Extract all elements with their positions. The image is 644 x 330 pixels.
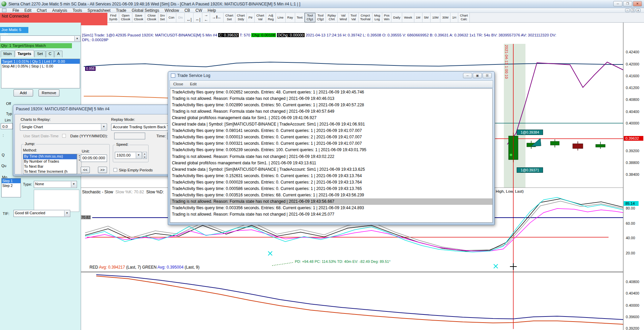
log-window-titlebar[interactable]: Trade Service Log ─ ▣ ☒: [168, 72, 494, 80]
jump-method-option[interactable]: By Time (hh:mm:ss.ms): [23, 154, 77, 159]
step-type-dropdown[interactable]: None▼: [34, 181, 77, 188]
tool-values-button[interactable]: Tool Val: [349, 13, 358, 22]
log-entry[interactable]: Cleared global profit/loss management da…: [170, 160, 492, 166]
log-entry[interactable]: Cleared trade data | Symbol: [Sim]MATICU…: [170, 166, 492, 172]
chevron-down-icon[interactable]: ▼: [101, 124, 106, 130]
connect-button[interactable]: Con: [167, 13, 176, 22]
step-row[interactable]: Step 2: [2, 183, 21, 188]
tab-a[interactable]: A: [54, 51, 62, 57]
timeframe-1h-button[interactable]: 1H: [450, 13, 458, 22]
log-entry[interactable]: Trading is not allowed. Reason: Formula …: [170, 153, 492, 160]
tool-config2-button[interactable]: Tool Cfg2: [315, 13, 326, 22]
ray-tool-button[interactable]: Ray: [286, 13, 295, 22]
speed-spinner[interactable]: ▲▼: [143, 152, 147, 159]
menu-edit[interactable]: Edit: [22, 8, 34, 13]
positions-window-button[interactable]: Pos Win: [382, 13, 391, 22]
targets-list[interactable]: Target 1 | 0.01% | Qty:1 | Lmt | P: 0.00…: [1, 59, 80, 88]
save-chartbook-button[interactable]: Save Cbook: [132, 13, 145, 22]
log-entry[interactable]: TradeActivity files query time: 0.005239…: [170, 147, 492, 153]
log-entry[interactable]: TradeActivity files query time: 0.003516…: [170, 192, 492, 198]
menu-global-settings[interactable]: Global Settings: [129, 8, 162, 13]
symbol-dropdown[interactable]: ▼: [0, 35, 80, 42]
tab-main[interactable]: Main: [1, 51, 15, 57]
log-entry[interactable]: TradeActivity files query time: 0.003356…: [170, 205, 492, 211]
price-scale[interactable]: 0.424000.420000.416000.412000.408000.404…: [623, 23, 644, 330]
date-input[interactable]: [114, 133, 145, 139]
tool-config1-button[interactable]: Tool Cfg1: [305, 13, 315, 22]
chevron-down-icon[interactable]: ▼: [64, 211, 70, 216]
disconnect-button[interactable]: Dis: [176, 13, 185, 22]
log-entry[interactable]: TradeActivity files query time: 0.080141…: [170, 128, 492, 134]
close-button[interactable]: ✕: [633, 1, 642, 6]
jump-method-option[interactable]: To Next Time Increment (h: [23, 169, 77, 174]
menu-chart[interactable]: Chart: [34, 8, 49, 13]
log-entry[interactable]: Trading is not allowed. Reason: Formula …: [170, 108, 492, 114]
jump-method-list[interactable]: By Time (hh:mm:ss.ms)By Number of Trades…: [23, 154, 77, 174]
log-entry[interactable]: Cleared trade data | Symbol: [Sim]MATICU…: [170, 121, 492, 127]
tab-set[interactable]: Set: [34, 51, 46, 57]
text-tool-button[interactable]: Text: [295, 13, 305, 22]
compact-toolvalues-button[interactable]: Cmpct ToolVal: [359, 13, 372, 22]
timeframe-daily-button[interactable]: Daily: [391, 13, 402, 22]
log-entry[interactable]: Cleared global profit/loss management da…: [170, 114, 492, 121]
offset-value-input[interactable]: 0.0: [1, 123, 13, 129]
add-target-button[interactable]: Add: [14, 89, 33, 97]
log-entry[interactable]: Trading is not allowed. Reason: Formula …: [170, 198, 492, 205]
menu-trade[interactable]: Trade: [113, 8, 129, 13]
log-entry[interactable]: TradeActivity files query time: 0.002890…: [170, 102, 492, 108]
menu-analysis[interactable]: Analysis: [49, 8, 70, 13]
speed-dropdown[interactable]: 1920.00▼: [115, 152, 142, 159]
compress-bars-icon[interactable]: →‖←: [210, 13, 224, 22]
chart-calc-button[interactable]: Chart Calc: [458, 13, 470, 22]
chevron-down-icon[interactable]: ▼: [136, 153, 141, 158]
timeframe-30m-button[interactable]: 30M: [440, 13, 450, 22]
find-symbol-button[interactable]: Find Symb: [107, 13, 119, 22]
remove-target-button[interactable]: Remove: [38, 89, 59, 97]
menu-tools[interactable]: Tools: [70, 8, 85, 13]
timeframe-1m-button[interactable]: 1M: [414, 13, 422, 22]
menu-help[interactable]: Help: [205, 8, 219, 13]
jump-back-button[interactable]: <<: [81, 167, 90, 173]
menu-spreadsheet[interactable]: Spreadsheet: [85, 8, 113, 13]
jump-method-option[interactable]: To Next Bar: [23, 164, 77, 169]
child-close-button[interactable]: ✕: [636, 8, 641, 12]
log-entry[interactable]: TradeActivity files query time: 0.000586…: [170, 185, 492, 192]
tab-targets[interactable]: Targets: [15, 50, 34, 57]
log-entry[interactable]: TradeActivity files query time: 0.002652…: [170, 89, 492, 95]
child-restore-button[interactable]: ❐: [630, 8, 635, 12]
order-row[interactable]: Target 1 | 0.01% | Qty:1 | Lmt | P: 0.00: [1, 59, 80, 64]
log-minimize-button[interactable]: ─: [463, 73, 472, 78]
line-tool-button[interactable]: Line: [276, 13, 286, 22]
child-minimize-button[interactable]: ─: [625, 8, 630, 12]
log-close-button[interactable]: ☒: [483, 73, 492, 78]
chevron-down-icon[interactable]: ▼: [71, 182, 76, 187]
minimize-button[interactable]: ─: [613, 1, 622, 6]
chart-settings-button[interactable]: Chart Set: [224, 13, 235, 22]
jump-forward-button[interactable]: >>: [98, 167, 107, 173]
step-list[interactable]: Step 1Step 2: [1, 178, 21, 197]
log-entries-list[interactable]: TradeActivity files query time: 0.002652…: [170, 88, 493, 223]
tab-c[interactable]: C: [46, 51, 54, 57]
menu-window[interactable]: Window: [162, 8, 182, 13]
replay-dialog-title[interactable]: Paused 1920X: MATICUSDT-BINANCE[M] 5 Min…: [13, 105, 170, 113]
log-entry[interactable]: TradeActivity files query time: 0.000013…: [170, 134, 492, 140]
tif-dropdown[interactable]: Good till Canceled▼: [14, 210, 70, 217]
log-entry[interactable]: Trading is not allowed. Reason: Formula …: [170, 211, 492, 218]
chart-study-button[interactable]: Chart Stdy: [235, 13, 247, 22]
close-chartbook-button[interactable]: Close Cbook: [145, 13, 158, 22]
log-entry[interactable]: TradeActivity files query time: 0.000321…: [170, 140, 492, 147]
maximize-button[interactable]: ❐: [623, 1, 632, 6]
pointer-button[interactable]: Ptr: [247, 13, 255, 22]
menu-file[interactable]: File: [10, 8, 22, 13]
chart-values-button[interactable]: Chart Val: [255, 13, 266, 22]
log-entry[interactable]: Trading is not allowed. Reason: Formula …: [170, 95, 492, 102]
compress-scale-icon[interactable]: → ←: [202, 13, 210, 22]
server-settings-button[interactable]: Srv Set: [158, 13, 167, 22]
timeframe-10m-button[interactable]: 10M: [431, 13, 440, 22]
timeframe-week-button[interactable]: Week: [402, 13, 414, 22]
adjust-region-button[interactable]: Adj Reg: [266, 13, 276, 22]
open-chartbook-button[interactable]: Open Cbook: [119, 13, 132, 22]
replay-mode-dropdown[interactable]: Accurate Trading System Back Te: [111, 123, 171, 131]
step-row[interactable]: Step 1: [2, 178, 21, 183]
menu-cb[interactable]: CB: [182, 8, 193, 13]
